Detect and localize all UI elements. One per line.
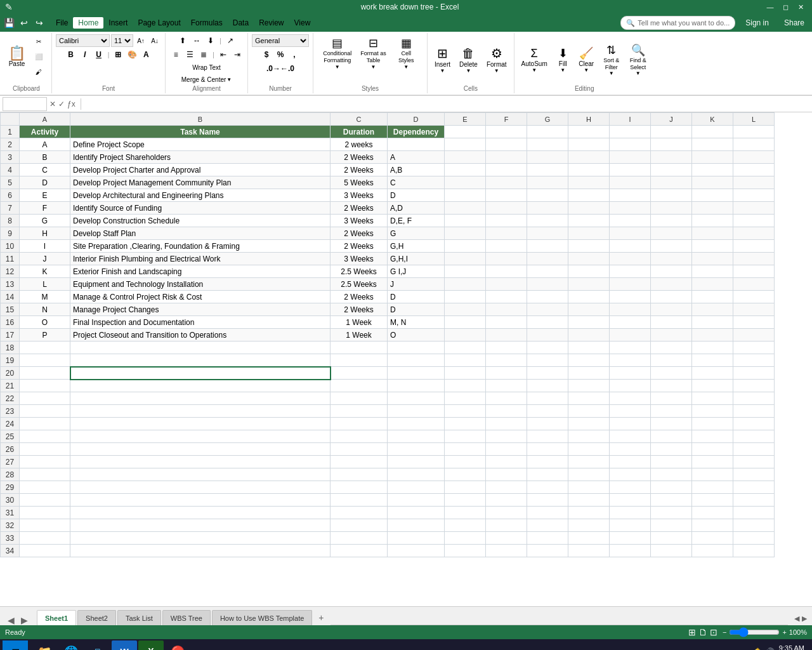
menu-data[interactable]: Data xyxy=(228,17,254,29)
cell-a13[interactable]: L xyxy=(20,278,70,291)
cell-i16[interactable] xyxy=(610,316,651,329)
cell-a19[interactable] xyxy=(20,354,70,367)
cell-h21[interactable] xyxy=(568,380,610,392)
cell-e26[interactable] xyxy=(445,443,486,456)
cell-i25[interactable] xyxy=(610,430,651,443)
cell-f11[interactable] xyxy=(486,253,527,265)
cell-k23[interactable] xyxy=(692,405,733,418)
cell-j6[interactable] xyxy=(651,189,692,202)
cell-h30[interactable] xyxy=(568,494,610,507)
font-color-button[interactable]: A xyxy=(140,48,152,61)
cell-l24[interactable] xyxy=(733,418,775,430)
cell-j7[interactable] xyxy=(651,202,692,215)
cell-g14[interactable] xyxy=(527,291,568,303)
cell-a28[interactable] xyxy=(20,468,70,481)
cell-e2[interactable] xyxy=(445,138,486,151)
cell-b10[interactable]: Site Preparation ,Clearing, Foundation &… xyxy=(70,240,331,253)
italic-button[interactable]: I xyxy=(79,48,91,61)
cancel-formula-icon[interactable]: ✕ xyxy=(49,100,56,109)
font-name-select[interactable]: Calibri xyxy=(56,34,110,47)
cell-j13[interactable] xyxy=(651,278,692,291)
cell-g8[interactable] xyxy=(527,215,568,227)
cell-g2[interactable] xyxy=(527,138,568,151)
cell-g26[interactable] xyxy=(527,443,568,456)
zoom-in-btn[interactable]: + xyxy=(782,628,786,636)
cell-e9[interactable] xyxy=(445,227,486,240)
cell-c4[interactable]: 2 Weeks xyxy=(331,164,388,176)
cell-g6[interactable] xyxy=(527,189,568,202)
cell-h10[interactable] xyxy=(568,240,610,253)
col-header-c[interactable]: C xyxy=(331,113,388,126)
cell-l30[interactable] xyxy=(733,494,775,507)
cell-l15[interactable] xyxy=(733,303,775,316)
cell-h34[interactable] xyxy=(568,545,610,557)
align-right-button[interactable]: ≣ xyxy=(197,48,210,61)
scroll-left-btn[interactable]: ◀ xyxy=(794,614,799,623)
cell-h5[interactable] xyxy=(568,176,610,189)
cell-l18[interactable] xyxy=(733,342,775,354)
cell-a2[interactable]: A xyxy=(20,138,70,151)
row-number-34[interactable]: 34 xyxy=(1,545,20,557)
cell-g30[interactable] xyxy=(527,494,568,507)
cell-f9[interactable] xyxy=(486,227,527,240)
increase-indent-button[interactable]: ⇥ xyxy=(231,48,244,61)
cell-h26[interactable] xyxy=(568,443,610,456)
row-number-3[interactable]: 3 xyxy=(1,151,20,164)
row-number-26[interactable]: 26 xyxy=(1,443,20,456)
format-button[interactable]: ⚙ Format ▼ xyxy=(483,43,510,76)
header-cell-duration[interactable]: Duration xyxy=(331,126,388,138)
align-middle-button[interactable]: ↔ xyxy=(190,34,203,47)
cell-c25[interactable] xyxy=(331,430,388,443)
cell-k6[interactable] xyxy=(692,189,733,202)
cell-i7[interactable] xyxy=(610,202,651,215)
cell-e25[interactable] xyxy=(445,430,486,443)
menu-review[interactable]: Review xyxy=(254,17,289,29)
cell-k2[interactable] xyxy=(692,138,733,151)
cell-d13[interactable]: J xyxy=(388,278,445,291)
cell-a34[interactable] xyxy=(20,545,70,557)
cell-h32[interactable] xyxy=(568,519,610,532)
taskbar-file-explorer[interactable]: 📁 xyxy=(32,640,57,650)
cell-f22[interactable] xyxy=(486,392,527,405)
cell-d8[interactable]: D,E, F xyxy=(388,215,445,227)
cell-j29[interactable] xyxy=(651,481,692,494)
cell-k33[interactable] xyxy=(692,532,733,545)
cell-c20[interactable] xyxy=(331,367,388,380)
cell-h15[interactable] xyxy=(568,303,610,316)
font-size-select[interactable]: 11 xyxy=(111,34,133,47)
cell-b3[interactable]: Identify Project Shareholders xyxy=(70,151,331,164)
cell-f12[interactable] xyxy=(486,265,527,278)
cell-e23[interactable] xyxy=(445,405,486,418)
cell-k21[interactable] xyxy=(692,380,733,392)
cell-g23[interactable] xyxy=(527,405,568,418)
row-number-21[interactable]: 21 xyxy=(1,380,20,392)
cell-c24[interactable] xyxy=(331,418,388,430)
cell-c5[interactable]: 5 Weeks xyxy=(331,176,388,189)
row-number-16[interactable]: 16 xyxy=(1,316,20,329)
merge-center-button[interactable]: Merge & Center ▼ xyxy=(178,74,235,85)
cell-a29[interactable] xyxy=(20,481,70,494)
start-button[interactable]: ⊞ xyxy=(3,640,28,650)
row-number-22[interactable]: 22 xyxy=(1,392,20,405)
cell-l8[interactable] xyxy=(733,215,775,227)
cell-f2[interactable] xyxy=(486,138,527,151)
borders-button[interactable]: ⊞ xyxy=(112,48,124,61)
cell-d25[interactable] xyxy=(388,430,445,443)
cell-j19[interactable] xyxy=(651,354,692,367)
col-header-a[interactable]: A xyxy=(20,113,70,126)
cell-a5[interactable]: D xyxy=(20,176,70,189)
tell-me-box[interactable]: 🔍 Tell me what you want to do... xyxy=(620,16,735,30)
align-center-button[interactable]: ☰ xyxy=(183,48,196,61)
cell-g7[interactable] xyxy=(527,202,568,215)
normal-view-btn[interactable]: ⊞ xyxy=(688,627,696,637)
header-k[interactable] xyxy=(692,126,733,138)
cell-d14[interactable]: D xyxy=(388,291,445,303)
cell-a18[interactable] xyxy=(20,342,70,354)
cell-d22[interactable] xyxy=(388,392,445,405)
cell-g27[interactable] xyxy=(527,456,568,468)
header-f[interactable] xyxy=(486,126,527,138)
cell-l20[interactable] xyxy=(733,367,775,380)
comma-button[interactable]: , xyxy=(288,48,301,61)
cell-k4[interactable] xyxy=(692,164,733,176)
cell-e16[interactable] xyxy=(445,316,486,329)
